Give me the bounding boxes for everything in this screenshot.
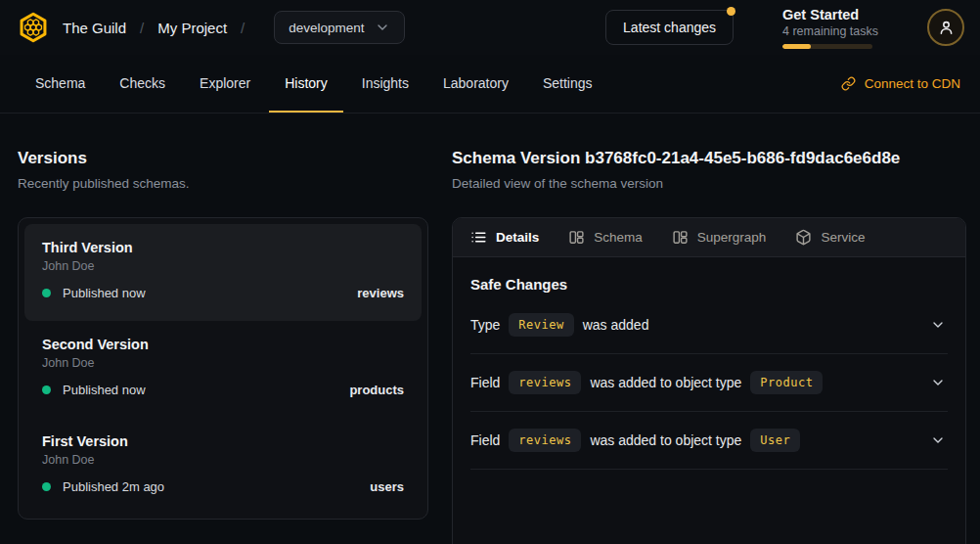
get-started-progress-bar [782,44,872,49]
version-author: John Doe [42,453,404,467]
breadcrumb-separator: / [140,20,144,36]
chevron-down-icon[interactable] [930,432,946,448]
list-icon [470,229,487,246]
safe-changes-heading: Safe Changes [470,276,948,293]
change-description: was added to object type [590,432,741,448]
service-name: users [370,479,404,494]
get-started-title: Get Started [782,7,878,23]
detail-tab-label: Supergraph [697,230,767,245]
version-name: Second Version [42,337,404,352]
tab-insights[interactable]: Insights [346,55,424,113]
schema-version-title: Schema Version b3768fc0-21a4-45e5-b686-f… [452,149,966,168]
detail-tab-service[interactable]: Service [795,229,865,246]
tab-history[interactable]: History [269,55,343,113]
published-status-dot-icon [42,482,51,491]
connect-to-cdn-label: Connect to CDN [865,76,960,91]
service-name: products [349,383,404,397]
change-description: was added [583,317,649,333]
main-content: Versions Recently published schemas. Thi… [0,113,980,544]
connect-to-cdn-link[interactable]: Connect to CDN [841,55,960,113]
change-kind: Field [470,432,500,448]
change-kind: Type [470,317,500,333]
versions-list: Third Version John Doe Published now rev… [18,217,428,520]
get-started-widget[interactable]: Get Started 4 remaining tasks [782,7,878,49]
tab-checks[interactable]: Checks [104,55,181,113]
environment-dropdown-value: development [289,21,364,35]
chevron-down-icon [375,20,390,35]
version-card[interactable]: First Version John Doe Published 2m ago … [24,418,422,515]
schema-change-row[interactable]: Field reviews was added to object type U… [470,412,948,470]
notification-dot [727,7,735,16]
published-status: Published now [63,286,146,300]
service-name: reviews [357,286,404,300]
change-kind: Field [470,375,500,390]
detail-tab-label: Details [496,230,539,245]
version-name: First Version [42,433,404,449]
changes-list: Type Review was added Field reviews was … [470,296,948,470]
environment-dropdown[interactable]: development [274,11,404,44]
version-detail-column: Schema Version b3768fc0-21a4-45e5-b686-f… [452,113,966,544]
change-badge: Review [509,313,573,337]
tab-explorer[interactable]: Explorer [184,55,266,113]
version-author: John Doe [42,356,404,370]
chevron-down-icon[interactable] [930,375,946,390]
latest-changes-label: Latest changes [623,20,716,35]
change-badge: reviews [509,429,581,452]
tab-laboratory[interactable]: Laboratory [427,55,524,113]
tab-schema[interactable]: Schema [20,55,101,113]
user-icon [937,19,956,37]
detail-body: Safe Changes Type Review was added Field… [453,257,965,470]
published-status-dot-icon [42,385,51,394]
detail-tab-label: Schema [594,230,643,245]
schema-change-row[interactable]: Field reviews was added to object type P… [470,354,948,412]
change-target-badge: User [750,429,800,452]
version-author: John Doe [42,259,404,273]
version-card[interactable]: Third Version John Doe Published now rev… [24,224,422,321]
chevron-down-icon[interactable] [930,317,946,333]
breadcrumb-separator: / [241,20,245,36]
breadcrumb-org[interactable]: The Guild [63,20,126,36]
detail-tab-label: Service [821,230,865,245]
versions-subtitle: Recently published schemas. [18,176,428,191]
version-name: Third Version [42,240,404,255]
change-description: was added to object type [590,375,741,390]
cube-icon [795,229,812,246]
get-started-subtitle: 4 remaining tasks [782,24,878,38]
change-badge: reviews [509,371,581,394]
versions-column: Versions Recently published schemas. Thi… [18,113,428,544]
change-target-badge: Product [750,371,823,394]
panels-icon [568,229,585,246]
guild-hexagon-logo-icon[interactable] [18,12,49,43]
get-started-progress-fill [782,44,811,49]
breadcrumb-project[interactable]: My Project [157,20,227,36]
published-status: Published now [63,383,146,397]
latest-changes-button[interactable]: Latest changes [605,10,734,45]
published-status: Published 2m ago [63,479,164,494]
nav-tabs: SchemaChecksExplorerHistoryInsightsLabor… [20,55,608,113]
version-detail-panel: Details Schema Supergraph Service Safe C… [452,217,966,544]
version-card[interactable]: Second Version John Doe Published now pr… [24,321,422,418]
detail-tab-schema[interactable]: Schema [568,229,643,246]
schema-change-row[interactable]: Type Review was added [470,296,948,354]
tab-settings[interactable]: Settings [527,55,608,113]
published-status-dot-icon [42,289,51,297]
detail-tab-details[interactable]: Details [470,229,539,246]
link-icon [841,76,856,91]
top-header: The Guild / My Project / development Lat… [0,0,980,55]
versions-title: Versions [18,149,428,168]
panels-icon [672,229,689,246]
schema-version-subtitle: Detailed view of the schema version [452,176,966,191]
target-nav: SchemaChecksExplorerHistoryInsightsLabor… [0,55,980,113]
detail-tabs: Details Schema Supergraph Service [453,218,965,257]
user-avatar-button[interactable] [927,9,964,46]
detail-tab-supergraph[interactable]: Supergraph [672,229,767,246]
